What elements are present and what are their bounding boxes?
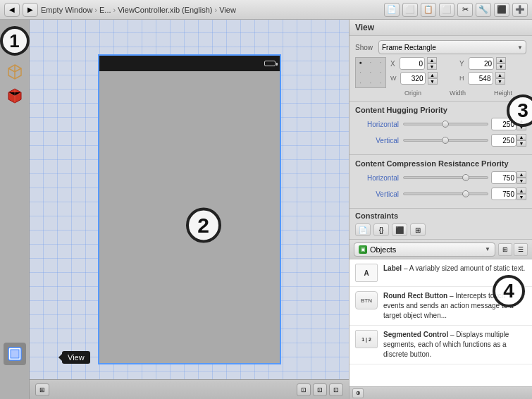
toolbar-icon-3[interactable]: 📋	[421, 3, 436, 17]
w-stepper-down[interactable]: ▼	[428, 78, 438, 85]
x-stepper[interactable]: ▲ ▼	[427, 57, 437, 70]
compression-title: Content Compression Resistance Priority	[355, 159, 526, 168]
toolbar-right: 📄 ⬜ 📋 ⬜ ✂ 🔧 ⬛ ➕	[384, 3, 528, 17]
hugging-v-up[interactable]: ▲	[516, 134, 526, 140]
origin-dot-br[interactable]	[376, 78, 385, 87]
hugging-v-thumb[interactable]	[442, 137, 449, 144]
h-cell: H 548 ▲ ▼	[459, 72, 526, 85]
library-item-label[interactable]: A Label – A variably sized amount of sta…	[349, 259, 532, 287]
view-tooltip: View	[62, 351, 90, 364]
h-stepper-down[interactable]: ▼	[495, 78, 505, 85]
y-stepper-up[interactable]: ▲	[496, 57, 506, 63]
origin-dot-tr[interactable]	[376, 58, 385, 67]
origin-dot-ml[interactable]	[356, 68, 365, 77]
y-stepper[interactable]: ▲ ▼	[496, 57, 506, 70]
panel-header: View	[349, 20, 532, 36]
hugging-h-field[interactable]: 250	[491, 118, 516, 130]
hugging-h-thumb[interactable]	[442, 121, 449, 128]
grid-view-btn[interactable]: ⊞	[498, 243, 512, 256]
origin-dot-tl[interactable]	[356, 58, 365, 67]
toolbar-icon-1[interactable]: 📄	[384, 3, 400, 17]
canvas-bottom-bar: ⊞ ⊡ ⊡ ⊡	[30, 379, 349, 399]
breadcrumb-item-3[interactable]: ViewController.xib (English)	[118, 6, 212, 14]
library-item-segment[interactable]: 1 | 2 Segmented Control – Displays multi…	[349, 326, 532, 364]
compression-v-stepper[interactable]: ▲ ▼	[516, 188, 526, 200]
hugging-v-field[interactable]: 250	[491, 134, 516, 147]
x-stepper-up[interactable]: ▲	[427, 57, 437, 63]
library-list: A Label – A variably sized amount of sta…	[349, 259, 532, 386]
library-item-button[interactable]: BTN Round Rect Button – Intercepts touch…	[349, 287, 532, 326]
hugging-h-slider[interactable]	[403, 123, 488, 125]
compression-v-up[interactable]: ▲	[516, 188, 526, 194]
toolbar-icon-2[interactable]: ⬜	[402, 3, 418, 17]
button-widget-icon: BTN	[355, 291, 378, 309]
breadcrumb-item-1[interactable]: Empty Window	[41, 6, 92, 14]
compression-h-thumb[interactable]	[462, 174, 469, 181]
x-field[interactable]: 0	[400, 57, 425, 70]
constraint-icon-1[interactable]: 📄	[355, 223, 371, 236]
list-view-btn[interactable]: ☰	[514, 243, 528, 256]
hugging-v-stepper[interactable]: ▲ ▼	[516, 134, 526, 147]
canvas-area[interactable]: 2 View ⊞ ⊡ ⊡ ⊡	[30, 20, 349, 399]
w-field[interactable]: 320	[400, 72, 426, 85]
w-cell: W 320 ▲ ▼	[390, 72, 457, 85]
sidebar-icon-cube-solid[interactable]	[4, 85, 26, 107]
label-desc: – A variably sized amount of static text…	[404, 264, 525, 272]
w-stepper[interactable]: ▲ ▼	[428, 72, 438, 85]
objects-label: Objects	[370, 245, 396, 254]
origin-dot-mc[interactable]	[366, 68, 375, 77]
sidebar-icon-view[interactable]	[4, 343, 26, 365]
compression-h-up[interactable]: ▲	[516, 171, 526, 178]
hugging-v-down[interactable]: ▼	[516, 140, 526, 147]
compression-h-down[interactable]: ▼	[516, 178, 526, 184]
breadcrumb-item-2[interactable]: E...	[99, 6, 111, 14]
origin-dot-bl[interactable]	[356, 78, 365, 87]
w-stepper-up[interactable]: ▲	[428, 72, 438, 78]
constraint-icon-4[interactable]: ⊞	[410, 223, 426, 236]
x-stepper-down[interactable]: ▼	[427, 63, 437, 70]
phone-frame	[98, 54, 281, 364]
y-field[interactable]: 20	[469, 57, 494, 70]
objects-dropdown[interactable]: ▣ Objects ▼	[354, 243, 495, 257]
origin-dot-tc[interactable]	[366, 58, 375, 67]
y-stepper-down[interactable]: ▼	[496, 63, 506, 70]
canvas-view-btn-3[interactable]: ⊡	[329, 383, 343, 396]
forward-button[interactable]: ▶	[23, 3, 38, 17]
compression-h-slider[interactable]	[403, 176, 488, 179]
toolbar-icon-5[interactable]: ✂	[457, 3, 473, 17]
hugging-h-down[interactable]: ▼	[516, 124, 526, 130]
compression-h-stepper[interactable]: ▲ ▼	[516, 171, 526, 184]
canvas-view-btn-1[interactable]: ⊡	[297, 383, 311, 396]
origin-dot-bc[interactable]	[366, 78, 375, 87]
constraint-icon-3[interactable]: ⬛	[392, 223, 407, 236]
hugging-h-up[interactable]: ▲	[516, 118, 526, 124]
toolbar-icon-7[interactable]: ⬛	[494, 3, 509, 17]
phone-content[interactable]	[99, 71, 280, 363]
compression-h-field[interactable]: 750	[491, 171, 516, 184]
back-button[interactable]: ◀	[4, 3, 20, 17]
toolbar-icon-8[interactable]: ➕	[512, 3, 528, 17]
constraint-icon-2[interactable]: {}	[373, 223, 389, 236]
toolbar-icon-4[interactable]: ⬜	[439, 3, 454, 17]
compression-v-field[interactable]: 750	[491, 188, 516, 200]
h-stepper-up[interactable]: ▲	[495, 72, 505, 78]
hugging-v-slider[interactable]	[403, 139, 488, 142]
panel-bottom-bar: ⊕	[349, 386, 532, 399]
compression-v-slider[interactable]	[403, 192, 488, 195]
hugging-v-label: Vertical	[355, 137, 399, 145]
origin-control[interactable]	[355, 57, 386, 88]
canvas-zoom-btn[interactable]: ⊞	[35, 383, 49, 396]
canvas-view-btn-2[interactable]: ⊡	[313, 383, 327, 396]
show-dropdown[interactable]: Frame Rectangle ▼	[378, 40, 526, 54]
hugging-h-stepper[interactable]: ▲ ▼	[516, 118, 526, 130]
compression-v-down[interactable]: ▼	[516, 194, 526, 200]
origin-dot-mr[interactable]	[376, 68, 385, 77]
toolbar-icon-6[interactable]: 🔧	[476, 3, 491, 17]
h-stepper[interactable]: ▲ ▼	[495, 72, 505, 85]
segment-name: Segmented Control	[383, 331, 448, 338]
sidebar-icon-cube-outline[interactable]	[4, 61, 26, 83]
scroll-left-btn[interactable]: ⊕	[352, 388, 364, 398]
h-field[interactable]: 548	[468, 72, 493, 85]
compression-v-thumb[interactable]	[462, 190, 469, 197]
breadcrumb-item-4[interactable]: View	[219, 6, 236, 14]
